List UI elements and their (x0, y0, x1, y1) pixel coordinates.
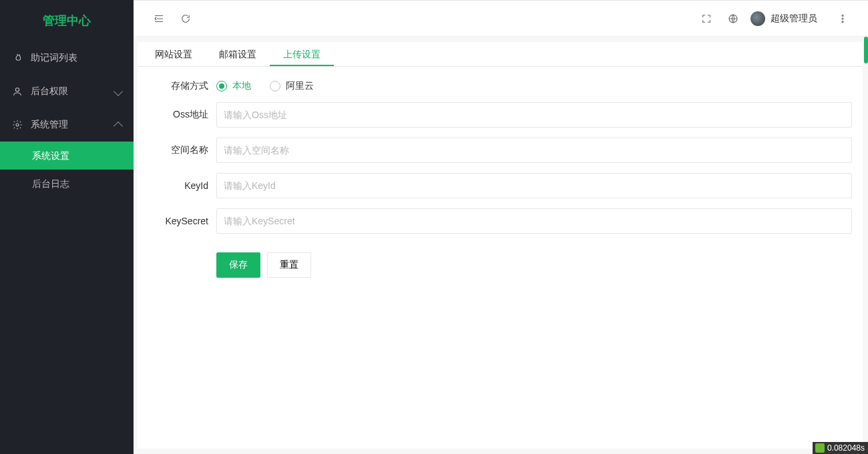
save-button[interactable]: 保存 (216, 252, 260, 278)
main-area: 超级管理员 网站设置 邮箱设置 上传设置 存储方式 (134, 0, 868, 454)
leaf-icon (815, 443, 825, 453)
svg-point-0 (15, 88, 19, 91)
sidebar-item-mnemonic[interactable]: 助记词列表 (0, 41, 134, 75)
user-menu[interactable]: 超级管理员 (746, 5, 829, 32)
fullscreen-button[interactable] (693, 5, 720, 32)
tab-website[interactable]: 网站设置 (142, 42, 206, 66)
sidebar-item-label: 系统管理 (31, 119, 115, 131)
upload-form: 存储方式 本地 阿里云 (138, 67, 863, 291)
radio-icon (216, 81, 227, 91)
bucket-label: 空间名称 (143, 144, 216, 156)
refresh-button[interactable] (172, 5, 199, 32)
radio-local[interactable]: 本地 (216, 80, 251, 92)
gear-icon (12, 120, 23, 130)
avatar (750, 11, 765, 26)
sidebar-item-label: 助记词列表 (31, 52, 122, 64)
content-panel: 网站设置 邮箱设置 上传设置 存储方式 本地 (138, 42, 863, 449)
radio-icon (270, 81, 280, 91)
oss-label: Oss地址 (143, 109, 216, 121)
chevron-up-icon (114, 122, 123, 131)
sidebar-item-permissions[interactable]: 后台权限 (0, 75, 134, 108)
language-button[interactable] (720, 5, 746, 32)
username: 超级管理员 (771, 13, 817, 25)
keysecret-label: KeySecret (143, 216, 216, 226)
user-icon (12, 86, 23, 97)
header: 超级管理员 (134, 1, 868, 37)
keyid-label: KeyId (143, 180, 216, 191)
menu-toggle-button[interactable] (146, 5, 172, 32)
sidebar-subitem-settings[interactable]: 系统设置 (0, 142, 134, 170)
more-button[interactable] (829, 5, 856, 32)
svg-point-5 (842, 21, 843, 22)
tab-email[interactable]: 邮箱设置 (206, 42, 270, 66)
sidebar-subitem-logs[interactable]: 后台日志 (0, 170, 134, 198)
storage-label: 存储方式 (143, 80, 216, 92)
scroll-indicator (864, 37, 868, 63)
sidebar: 管理中心 助记词列表 后台权限 系统管理 (0, 0, 134, 454)
app-logo: 管理中心 (0, 0, 134, 41)
svg-point-1 (16, 124, 19, 126)
chevron-down-icon (114, 87, 123, 96)
keysecret-input[interactable] (216, 208, 852, 234)
radio-label: 阿里云 (286, 80, 314, 92)
svg-point-3 (842, 15, 843, 16)
flame-icon (12, 53, 23, 63)
tabs: 网站设置 邮箱设置 上传设置 (138, 42, 863, 67)
tab-upload[interactable]: 上传设置 (270, 42, 334, 66)
reset-button[interactable]: 重置 (267, 252, 311, 278)
bucket-input[interactable] (216, 138, 852, 163)
sidebar-item-label: 后台权限 (31, 85, 115, 97)
sidebar-item-system[interactable]: 系统管理 (0, 108, 134, 142)
keyid-input[interactable] (216, 173, 852, 198)
radio-label: 本地 (232, 80, 251, 92)
oss-input[interactable] (216, 102, 852, 128)
perf-time: 0.082048s (827, 443, 865, 453)
perf-badge: 0.082048s (813, 442, 868, 454)
svg-point-4 (842, 17, 843, 19)
radio-aliyun[interactable]: 阿里云 (270, 80, 314, 92)
